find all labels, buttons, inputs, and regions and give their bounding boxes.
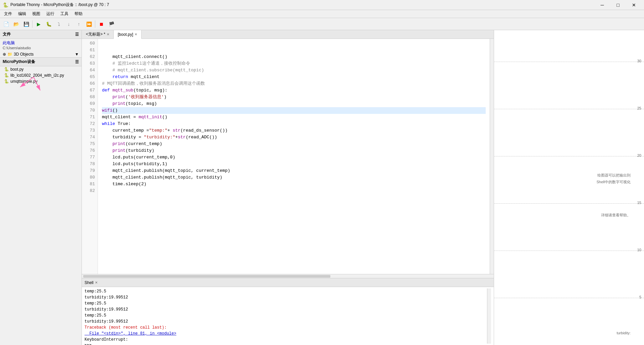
expand-icon: ⊕ bbox=[3, 52, 6, 57]
sidebar-scroll-arrow[interactable]: ▼ bbox=[75, 52, 79, 57]
tab-untitled[interactable]: <无标题> * ✕ bbox=[82, 30, 114, 39]
code-lines[interactable]: mqtt_client.connect() # 监控ledctl这个通道，接收控… bbox=[98, 39, 490, 274]
step-out-button[interactable]: ↑ bbox=[74, 19, 84, 29]
line-num-60: 60 bbox=[85, 40, 95, 47]
code-line-79[interactable]: mqtt_client.publish(mqtt_topic, current_… bbox=[102, 167, 486, 174]
resume-button[interactable]: ⏩ bbox=[84, 19, 94, 29]
micropython-menu-icon[interactable]: ☰ bbox=[75, 60, 79, 64]
code-line-63[interactable]: return mqtt_client bbox=[102, 74, 486, 80]
run-button[interactable]: ▶ bbox=[34, 19, 43, 29]
code-line-60[interactable]: mqtt_client.connect() bbox=[102, 54, 486, 60]
shell-line: Traceback (most recent call last): bbox=[85, 325, 487, 331]
code-line-75[interactable]: print(current_temp) bbox=[102, 141, 486, 147]
menu-item-运行[interactable]: 运行 bbox=[44, 10, 57, 17]
open-file-button[interactable]: 📂 bbox=[11, 19, 21, 29]
tab-boot-py-close[interactable]: ✕ bbox=[135, 32, 137, 36]
shell-label: Shell bbox=[85, 280, 94, 285]
code-line-81[interactable]: time.sleep(2) bbox=[102, 181, 486, 188]
line-num-68: 68 bbox=[85, 94, 95, 100]
shell-line: temp:25.5 bbox=[85, 313, 487, 319]
python-file-icon-2: 🐍 bbox=[4, 73, 9, 78]
tab-untitled-close[interactable]: ✕ bbox=[107, 32, 109, 36]
micropython-label: MicroPython设备 bbox=[3, 59, 35, 65]
menu-bar: 文件编辑视图运行工具帮助 bbox=[0, 10, 644, 18]
code-line-76[interactable]: print(turbidity) bbox=[102, 147, 486, 154]
window-title: Portable Thonny - MicroPython设备 :: /boot… bbox=[10, 2, 109, 8]
shell-line: File "<stdin>", line 81, in <module> bbox=[85, 331, 487, 337]
editor-scrollbar-vertical[interactable] bbox=[490, 39, 494, 274]
line-num-67: 67 bbox=[85, 87, 95, 94]
line-num-72: 72 bbox=[85, 121, 95, 127]
code-line-65[interactable]: # MQTT回调函数，收到服务器消息后会调用这个函数 bbox=[102, 80, 486, 87]
tab-untitled-label: <无标题> * bbox=[86, 31, 105, 37]
line-numbers: 6061626364656667686970717273747576777879… bbox=[82, 39, 98, 274]
code-line-66[interactable]: def mqtt_sub(topic, msg): bbox=[102, 87, 486, 94]
line-num-75: 75 bbox=[85, 141, 95, 147]
stop-button[interactable]: ⏹ bbox=[97, 19, 106, 29]
line-num-64: 64 bbox=[85, 67, 95, 74]
code-line-68[interactable]: print(topic, msg) bbox=[102, 100, 486, 107]
line-num-63: 63 bbox=[85, 60, 95, 67]
file-boot-py[interactable]: 🐍 boot.py bbox=[0, 66, 82, 72]
line-num-74: 74 bbox=[85, 134, 95, 141]
line-num-62: 62 bbox=[85, 54, 95, 60]
shell-close-icon[interactable]: ✕ bbox=[95, 281, 98, 284]
code-line-77[interactable]: lcd.puts(current_temp,0) bbox=[102, 154, 486, 161]
line-num-76: 76 bbox=[85, 147, 95, 154]
step-into-button[interactable]: ↓ bbox=[64, 19, 73, 29]
plotter-description: 详细请查看帮助。 bbox=[601, 213, 631, 218]
code-line-72[interactable]: while True: bbox=[102, 121, 486, 127]
3d-objects-item[interactable]: ⊕ 📁 3D Objects ▼ bbox=[0, 51, 82, 57]
shell-header: Shell ✕ bbox=[82, 278, 494, 287]
menu-item-视图[interactable]: 视图 bbox=[30, 10, 43, 17]
file-lib-lcd[interactable]: 🐍 lib_lcd1602_2004_with_i2c.py bbox=[0, 72, 82, 78]
menu-item-帮助[interactable]: 帮助 bbox=[72, 10, 85, 17]
plotter-text-line2: Shell中的数字可视化 bbox=[597, 179, 631, 185]
debug-button[interactable]: 🐛 bbox=[44, 19, 53, 29]
line-num-80: 80 bbox=[85, 174, 95, 181]
app-icon: 🐍 bbox=[3, 2, 8, 8]
line-num-69: 69 bbox=[85, 100, 95, 107]
editor-scrollbar-horizontal[interactable] bbox=[82, 274, 494, 278]
flag-button[interactable]: 🏴 bbox=[107, 19, 116, 29]
plotter-area: 30252015105 绘图器可以把输出到 Shell中的数字可视化 详细请查看… bbox=[494, 30, 644, 345]
files-header: 文件 ☰ bbox=[0, 30, 82, 39]
close-button[interactable]: ✕ bbox=[626, 0, 641, 10]
new-file-button[interactable]: 📄 bbox=[1, 19, 11, 29]
code-line-62[interactable]: # mqtt_client.subscribe(mqtt_topic) bbox=[102, 67, 486, 74]
code-line-61[interactable]: # 监控ledctl这个通道，接收控制命令 bbox=[102, 60, 486, 67]
file-umqtt[interactable]: 🐍 umqttsimple.py bbox=[0, 78, 82, 84]
menu-item-编辑[interactable]: 编辑 bbox=[15, 10, 29, 17]
code-line-80[interactable]: mqtt_client.publish(mqtt_topic, turbidit… bbox=[102, 174, 486, 181]
step-over-button[interactable]: ⤵ bbox=[54, 19, 63, 29]
save-file-button[interactable]: 💾 bbox=[21, 19, 31, 29]
line-num-82: 82 bbox=[85, 188, 95, 194]
maximize-button[interactable]: □ bbox=[610, 0, 626, 10]
3d-objects-label: 3D Objects bbox=[14, 52, 34, 57]
grid-label-4: 10 bbox=[637, 248, 641, 252]
code-line-67[interactable]: print('收到服务器信息') bbox=[102, 94, 486, 100]
tab-boot-py[interactable]: [boot.py] ✕ bbox=[114, 30, 142, 39]
menu-item-文件[interactable]: 文件 bbox=[1, 10, 15, 17]
code-line-71[interactable]: mqtt_client = mqtt_init() bbox=[102, 114, 486, 121]
shell-line: turbidity:19.99512 bbox=[85, 294, 487, 300]
line-num-66: 66 bbox=[85, 80, 95, 87]
shell-scrollbar[interactable] bbox=[487, 288, 491, 344]
shell-line: >>> bbox=[85, 343, 487, 345]
shell-line: turbidity:19.99512 bbox=[85, 319, 487, 325]
code-line-74[interactable]: turbidity = "turbidity:"+str(read_ADC()) bbox=[102, 134, 486, 141]
files-menu-icon[interactable]: ☰ bbox=[75, 32, 79, 37]
plotter-series-label: turbidity: bbox=[616, 331, 631, 335]
micropython-header: MicroPython设备 ☰ bbox=[0, 57, 82, 66]
code-line-78[interactable]: lcd.puts(turbidity,1) bbox=[102, 161, 486, 167]
minimize-button[interactable]: ─ bbox=[595, 0, 610, 10]
menu-item-工具[interactable]: 工具 bbox=[58, 10, 71, 17]
code-content[interactable]: 6061626364656667686970717273747576777879… bbox=[82, 39, 494, 274]
this-pc-link[interactable]: 此电脑 bbox=[3, 40, 79, 46]
shell-content[interactable]: temp:25.5turbidity:19.99512temp:25.5turb… bbox=[82, 287, 494, 345]
title-bar: 🐍 Portable Thonny - MicroPython设备 :: /bo… bbox=[0, 0, 644, 10]
titlebar-left: 🐍 Portable Thonny - MicroPython设备 :: /bo… bbox=[3, 2, 109, 8]
code-line-73[interactable]: current_temp ="temp:"+ str(read_ds_senso… bbox=[102, 127, 486, 134]
plotter-helper-text: 绘图器可以把输出到 Shell中的数字可视化 bbox=[597, 172, 631, 185]
code-line-70[interactable]: wifi() bbox=[102, 107, 486, 114]
